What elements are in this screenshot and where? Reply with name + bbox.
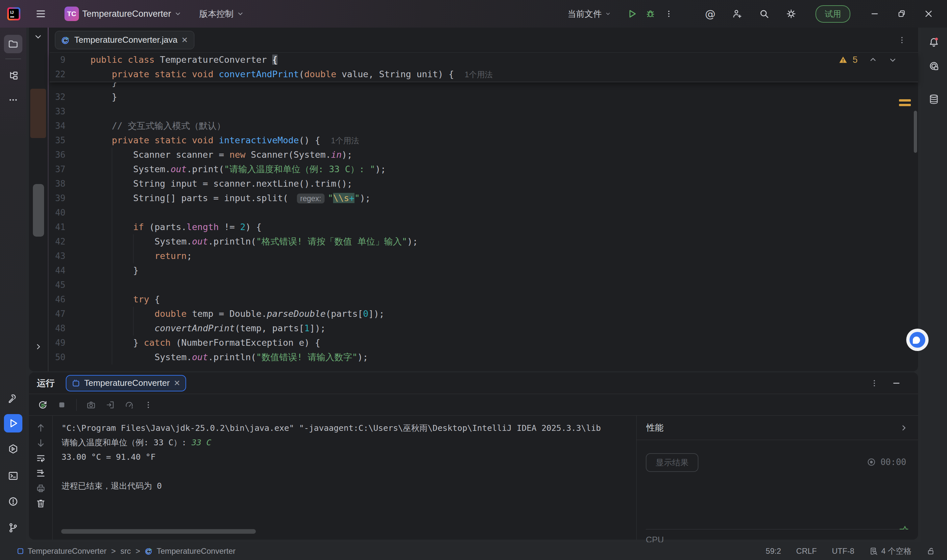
snapshot-button[interactable] [84,398,98,412]
search-icon [759,9,769,19]
trial-badge[interactable]: 试用 [816,5,850,23]
code-line[interactable]: 33 [50,104,913,118]
debug-button[interactable] [641,5,660,22]
rerun-button[interactable] [35,398,50,412]
code-line[interactable]: 35 private static void interactiveMode()… [50,133,913,148]
breadcrumb-src[interactable]: src [120,546,131,556]
expand-chevron-icon[interactable] [34,342,43,351]
file-encoding[interactable]: UTF-8 [832,546,854,556]
code-line[interactable]: } [50,83,913,90]
down-stack-button[interactable] [36,438,46,448]
more-tools-button[interactable] [4,91,22,109]
breadcrumb-project[interactable]: TemperatureConverter [17,546,106,556]
stop-button[interactable] [55,398,69,412]
import-profile-button[interactable] [103,398,117,412]
panel-options-icon[interactable] [870,379,879,388]
ai-assistant-button[interactable]: @ [701,5,719,22]
idea-logo-icon: IJ [7,7,20,20]
more-icon [898,36,906,45]
settings-button[interactable] [782,5,800,22]
more-actions-button[interactable] [660,5,678,22]
tab-close-icon[interactable]: ✕ [182,35,188,45]
line-number: 37 [50,164,65,174]
file-lock-toggle[interactable] [927,547,935,555]
code-line[interactable]: 32 } [50,90,913,104]
code-line[interactable]: 9public class TemperatureConverter { [50,52,918,67]
run-configuration-selector[interactable]: 当前文件 [564,5,614,22]
run-button[interactable] [623,5,641,22]
code-line[interactable]: 37 System.out.print("请输入温度和单位（例: 33 C）: … [50,162,913,177]
code-line[interactable]: 39 String[] parts = input.split( regex:"… [50,191,913,205]
clear-console-button[interactable] [36,498,46,508]
terminal-tool-button[interactable] [4,467,22,485]
line-separator[interactable]: CRLF [796,546,817,556]
code-with-me-button[interactable] [728,5,747,22]
restore-button[interactable] [892,5,911,22]
close-button[interactable] [919,5,938,22]
tab-options-button[interactable] [898,36,906,45]
mini-scrollbar-thumb[interactable] [33,184,44,237]
timer-value: 00:00 [881,457,906,467]
run-tool-button[interactable] [4,414,22,432]
hide-panel-icon[interactable] [892,378,901,388]
java-class-icon [61,35,70,45]
soft-wrap-button[interactable] [36,453,46,463]
code-viewport[interactable]: }32 }3334 // 交互式输入模式（默认）35 private stati… [50,83,913,371]
expand-chevron-icon[interactable] [900,424,908,432]
print-button[interactable] [36,483,46,493]
problems-tool-button[interactable] [4,492,22,511]
ai-chat-button[interactable] [925,57,943,75]
code-line[interactable]: 22 private static void convertAndPrint(d… [50,67,918,82]
caret-position[interactable]: 59:2 [766,546,781,556]
services-tool-button[interactable] [4,440,22,458]
console-output[interactable]: "C:\Program Files\Java\jdk-25.0.2\bin\ja… [53,416,636,540]
breadcrumb-class[interactable]: TemperatureConverter [145,546,236,556]
code-line[interactable]: 45 [50,278,913,292]
down-icon [36,438,46,448]
line-number: 42 [50,237,65,246]
menu-icon [36,9,46,19]
toolbar-more-button[interactable] [141,398,156,412]
code-line[interactable]: 36 Scanner scanner = new Scanner(System.… [50,148,913,162]
vcs-widget[interactable]: 版本控制 [196,5,247,22]
scroll-to-end-icon [36,468,46,478]
inspections-widget[interactable]: 5 [839,52,897,67]
run-tab[interactable]: TemperatureConverter ✕ [66,375,186,391]
run-tab-close-icon[interactable]: ✕ [174,378,180,388]
structure-icon [8,70,18,81]
project-tool-button[interactable] [4,35,22,53]
collapse-chevron-icon[interactable] [34,32,43,42]
structure-tool-button[interactable] [4,66,22,85]
code-line[interactable]: 34 // 交互式输入模式（默认） [50,118,913,133]
search-everywhere-button[interactable] [755,5,773,22]
code-line[interactable]: 49 } catch (NumberFormatException e) { [50,335,913,350]
console-hscrollbar-thumb[interactable] [61,529,256,534]
notifications-button[interactable] [925,33,943,51]
main-menu-button[interactable] [32,5,50,22]
code-line[interactable]: 44 } [50,263,913,278]
build-tool-button[interactable] [4,390,22,408]
code-line[interactable]: 41 if (parts.length != 2) { [50,220,913,234]
up-stack-button[interactable] [36,423,46,433]
project-widget[interactable]: TC TemperatureConverter [61,5,185,22]
indent-setting[interactable]: 4 个空格 [869,546,912,556]
code-line[interactable]: 50 System.out.println("数值错误! 请输入数字"); [50,350,913,365]
code-line[interactable]: 46 try { [50,292,913,307]
console-gutter [29,416,52,540]
show-results-button[interactable]: 显示结果 [646,453,698,472]
code-line[interactable]: 40 [50,205,913,220]
database-button[interactable] [925,90,943,108]
code-line[interactable]: 48 convertAndPrint(temp, parts[1]); [50,321,913,335]
ai-assistant-fab[interactable] [906,329,929,351]
minimize-button[interactable] [865,5,884,22]
code-line[interactable]: 38 String input = scanner.nextLine().tri… [50,177,913,191]
git-tool-button[interactable] [4,518,22,537]
code-text: private static void interactiveMode() { … [65,133,359,148]
scroll-to-end-button[interactable] [36,468,46,478]
code-line[interactable]: 42 System.out.println("格式错误! 请按「数值 单位」输入… [50,234,913,249]
code-line[interactable]: 43 return; [50,249,913,263]
profiler-button[interactable] [122,398,137,412]
editor-tab[interactable]: TemperatureConverter.java ✕ [55,31,194,49]
code-line[interactable]: 47 double temp = Double.parseDouble(part… [50,307,913,321]
editor-scrollbar-thumb[interactable] [914,111,917,153]
